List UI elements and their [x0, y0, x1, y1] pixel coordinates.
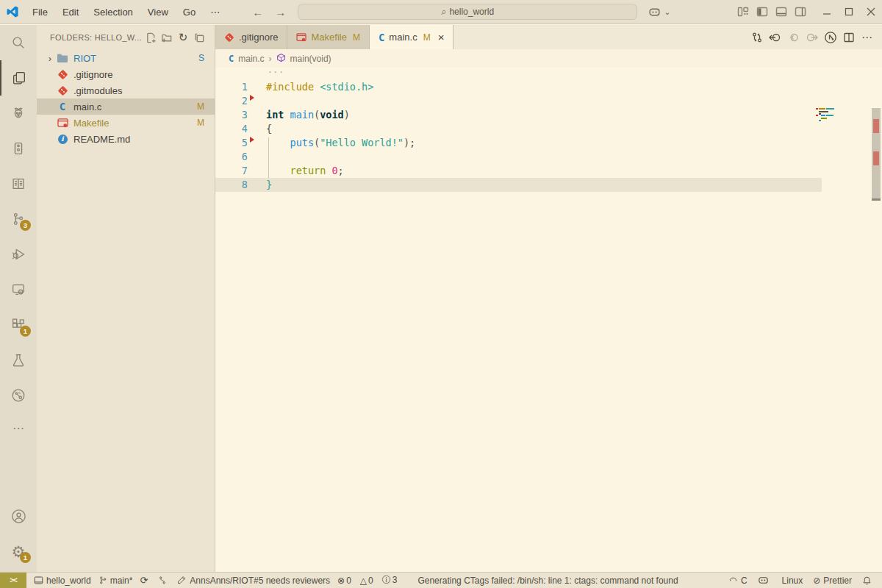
- more-views-icon[interactable]: ⋯: [0, 413, 37, 442]
- close-window-button[interactable]: [860, 2, 882, 21]
- customize-layout-icon[interactable]: [734, 4, 753, 20]
- test-flask-activity-icon[interactable]: [0, 343, 37, 378]
- maximize-button[interactable]: [838, 2, 860, 21]
- code-line[interactable]: 5 puts("Hello World!");: [215, 136, 882, 150]
- git-file-icon: [56, 85, 69, 96]
- menu-edit[interactable]: Edit: [55, 7, 86, 18]
- menu-more-icon[interactable]: ⋯: [203, 7, 227, 18]
- extensions-activity-icon[interactable]: 1: [0, 307, 37, 343]
- line-number[interactable]: 8: [215, 178, 248, 192]
- line-number[interactable]: 3: [215, 108, 248, 122]
- toggle-panel-icon[interactable]: [772, 4, 791, 20]
- line-number[interactable]: 6: [215, 150, 248, 164]
- readme-info-icon: i: [56, 135, 69, 144]
- tab-gitignore[interactable]: .gitignore: [215, 25, 287, 49]
- settings-gear-icon[interactable]: ⚙ 1: [0, 534, 37, 569]
- tab-makefile[interactable]: Makefile M: [287, 25, 369, 49]
- folders-section-title[interactable]: FOLDERS: HELLO_W...: [50, 33, 143, 42]
- run-file-icon[interactable]: [821, 29, 839, 46]
- line-number[interactable]: 4: [215, 122, 248, 136]
- code-line[interactable]: 7 return 0;: [215, 164, 882, 178]
- tree-item-riot[interactable]: › RIOT S: [37, 50, 215, 66]
- tree-item-label: .gitignore: [74, 69, 204, 80]
- menu-view[interactable]: View: [140, 7, 176, 18]
- notifications-bell-icon[interactable]: [862, 576, 875, 586]
- chevron-right-icon: ›: [44, 53, 56, 64]
- copilot-icon[interactable]: [645, 4, 664, 20]
- collapsed-region-dots[interactable]: ···: [215, 68, 882, 80]
- command-center-search[interactable]: ⌕ hello_world: [298, 4, 637, 20]
- new-folder-icon[interactable]: [159, 30, 175, 45]
- dev-board-activity-icon[interactable]: [0, 131, 37, 166]
- raspberry-pi-activity-icon[interactable]: [0, 96, 37, 131]
- split-editor-icon[interactable]: [839, 29, 858, 46]
- git-graph-icon[interactable]: [158, 576, 170, 585]
- run-debug-activity-icon[interactable]: [0, 237, 37, 272]
- toggle-primary-sidebar-icon[interactable]: [753, 4, 772, 20]
- code-line[interactable]: 8}: [215, 178, 882, 192]
- new-file-icon[interactable]: [143, 30, 159, 45]
- refresh-explorer-icon[interactable]: ↻: [175, 30, 191, 45]
- git-branch-item[interactable]: main*: [98, 576, 133, 586]
- warning-count: 0: [368, 576, 373, 586]
- tab-main-c[interactable]: C main.c M ×: [370, 25, 454, 49]
- source-control-activity-icon[interactable]: 3: [0, 201, 37, 237]
- nav-forward-icon[interactable]: →: [269, 6, 292, 18]
- minimize-button[interactable]: [816, 2, 838, 21]
- formatter-item[interactable]: ⊘ Prettier: [813, 576, 852, 586]
- remote-explorer-activity-icon[interactable]: [0, 272, 37, 307]
- copilot-status-icon[interactable]: [758, 575, 772, 586]
- problems-item[interactable]: ⊗0 △0 ⓘ3: [337, 574, 406, 587]
- tree-item-gitignore[interactable]: .gitignore: [37, 66, 215, 82]
- pull-request-item[interactable]: AnnsAnns/RIOT#5 needs reviewers: [177, 576, 330, 586]
- close-tab-icon[interactable]: ×: [438, 31, 445, 43]
- accounts-icon[interactable]: [0, 498, 37, 534]
- next-change-icon[interactable]: [803, 29, 821, 46]
- menu-go[interactable]: Go: [176, 7, 203, 18]
- c-file-icon: C: [379, 32, 384, 43]
- git-deleted-marker-icon[interactable]: [250, 95, 254, 101]
- go-back-change-icon[interactable]: [766, 29, 784, 46]
- tree-item-main-c[interactable]: C main.c M: [37, 98, 215, 115]
- code-line[interactable]: 1#include <stdio.h>: [215, 80, 882, 94]
- explorer-activity-icon[interactable]: [0, 60, 37, 96]
- title-bar: File Edit Selection View Go ⋯ ← → ⌕ hell…: [0, 0, 882, 24]
- line-number[interactable]: 1: [215, 80, 248, 94]
- line-number[interactable]: 7: [215, 164, 248, 178]
- breadcrumb-file[interactable]: main.c: [238, 54, 264, 64]
- code-line[interactable]: 2: [215, 94, 882, 108]
- os-item[interactable]: Linux: [782, 576, 803, 586]
- previous-change-icon[interactable]: [784, 29, 803, 46]
- workspace-item[interactable]: hello_world: [34, 576, 91, 586]
- menu-selection[interactable]: Selection: [86, 7, 140, 18]
- nav-back-icon[interactable]: ←: [246, 6, 269, 18]
- error-icon: ⊗: [337, 576, 345, 586]
- line-number[interactable]: 2: [215, 94, 248, 108]
- minimap[interactable]: [819, 108, 841, 121]
- collapse-folders-icon[interactable]: [191, 30, 207, 45]
- book-activity-icon[interactable]: [0, 166, 37, 201]
- tree-item-readme[interactable]: i README.md: [37, 131, 215, 147]
- search-icon: ⌕: [441, 6, 446, 18]
- copilot-chevron-icon[interactable]: ⌄: [664, 7, 670, 17]
- code-line[interactable]: 4{: [215, 122, 882, 136]
- makefile-icon: [296, 33, 306, 42]
- project-graph-activity-icon[interactable]: [0, 378, 37, 413]
- search-activity-icon[interactable]: [0, 25, 37, 60]
- breadcrumb-symbol[interactable]: main(void): [290, 54, 331, 64]
- line-number[interactable]: 5: [215, 136, 248, 150]
- toggle-secondary-sidebar-icon[interactable]: [791, 4, 810, 20]
- language-status-item[interactable]: C: [728, 576, 747, 586]
- code-line[interactable]: 3int main(void): [215, 108, 882, 122]
- menu-file[interactable]: File: [25, 7, 55, 18]
- open-changes-icon[interactable]: [747, 29, 766, 46]
- git-deleted-marker-icon[interactable]: [250, 137, 254, 143]
- sync-changes-icon[interactable]: ⟳: [140, 575, 151, 586]
- editor-more-actions-icon[interactable]: ⋯: [858, 29, 876, 46]
- code-line[interactable]: 6: [215, 150, 882, 164]
- tree-item-makefile[interactable]: Makefile M: [37, 115, 215, 131]
- remote-indicator[interactable]: ><: [0, 573, 26, 588]
- code-editor[interactable]: ··· 1#include <stdio.h>23int main(void)4…: [215, 68, 882, 572]
- tree-item-gitmodules[interactable]: .gitmodules: [37, 82, 215, 98]
- overview-ruler[interactable]: [872, 108, 881, 200]
